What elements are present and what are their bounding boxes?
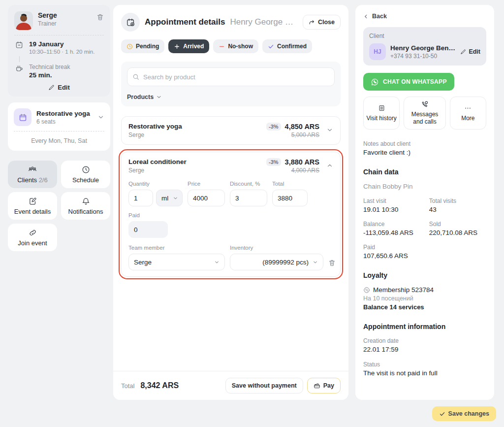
status-value: The visit is not paid in full xyxy=(363,369,486,377)
client-phone: +374 93 31-10-50 xyxy=(390,53,456,60)
stat-paid: Paid 107,650.6 ARS xyxy=(363,244,429,260)
nav-clients-button[interactable]: Clients 2/6 xyxy=(8,161,57,188)
trainer-card: Serge Trainer 19 January 10:30–11:50 · 1… xyxy=(8,5,110,97)
break-label: Technical break xyxy=(29,64,70,70)
inventory-select[interactable]: (89999992 pcs) xyxy=(230,254,323,270)
total-input[interactable] xyxy=(272,190,308,206)
wallet-icon xyxy=(314,382,320,389)
search-input[interactable] xyxy=(127,67,335,86)
chain-stats: Last visit 19.01 10:30 Total visits 43 B… xyxy=(363,197,486,260)
chevron-up-icon[interactable] xyxy=(326,158,333,169)
price-input[interactable] xyxy=(188,190,225,206)
discount-badge: -3% xyxy=(266,158,281,166)
total-label: Total xyxy=(272,181,308,187)
paid-input[interactable] xyxy=(128,221,168,238)
client-panel: Back Client HJ Henry George Bennedict ..… xyxy=(355,5,494,400)
people-icon xyxy=(28,165,37,174)
client-card: Client HJ Henry George Bennedict ... +37… xyxy=(363,27,486,66)
product-staff: Serge xyxy=(128,167,187,174)
payment-footer: Total 8,342 ARS Save without payment Pay xyxy=(113,371,348,400)
quantity-label: Quantity xyxy=(128,181,183,187)
appointment-time: 10:30–11:50 · 1 h. 20 min. xyxy=(29,49,94,55)
trainer-role: Trainer xyxy=(38,20,57,27)
save-without-payment-button[interactable]: Save without payment xyxy=(225,378,303,394)
clients-count: 2/6 xyxy=(39,176,48,184)
product-price: 3,880 ARS xyxy=(285,158,319,166)
total-label: Total xyxy=(121,382,134,390)
pay-button[interactable]: Pay xyxy=(307,378,341,394)
notes-value: Favorite client :) xyxy=(363,149,486,156)
trash-icon[interactable] xyxy=(96,11,104,21)
edit-client-button[interactable]: Edit xyxy=(460,48,480,55)
close-button[interactable]: Close xyxy=(303,15,341,30)
calendar-plus-icon xyxy=(121,13,140,32)
phone-icon xyxy=(421,100,429,108)
save-changes-button[interactable]: Save changes xyxy=(432,406,496,421)
membership-row: Membership 523784 xyxy=(363,286,486,294)
loyalty-balance: Balance 14 services xyxy=(363,303,486,311)
chip-pending[interactable]: Pending xyxy=(121,39,164,53)
nav-notifications-button[interactable]: Notifications xyxy=(61,192,110,220)
product-price: 4,850 ARS xyxy=(285,123,319,131)
product-row-loreal-conditioner[interactable]: Loreal conditioner Serge -3% 3,880 ARS 4… xyxy=(121,152,341,277)
check-icon xyxy=(268,43,274,50)
inventory-label: Inventory xyxy=(230,245,323,251)
membership-value: Membership 523784 xyxy=(373,286,434,294)
chip-confirmed[interactable]: Confirmed xyxy=(262,39,312,53)
quantity-input[interactable] xyxy=(128,190,153,206)
client-actions: Visit history Messages and calls More xyxy=(363,97,486,130)
team-member-select[interactable]: Serge xyxy=(128,254,225,270)
sidebar-nav: Clients 2/6 Schedule Event details Notif… xyxy=(8,161,110,251)
nav-schedule-button[interactable]: Schedule xyxy=(61,161,110,188)
chip-arrived[interactable]: Arrived xyxy=(168,39,209,53)
timeline-connector xyxy=(19,56,104,62)
paid-label: Paid xyxy=(128,212,333,218)
visit-history-button[interactable]: Visit history xyxy=(363,97,400,130)
nav-event-details-button[interactable]: Event details xyxy=(8,192,57,220)
clock-icon xyxy=(82,165,90,174)
product-search-block: Products xyxy=(121,62,341,106)
client-name: Henry George Bennedict ... xyxy=(390,44,456,52)
chevron-down-icon[interactable] xyxy=(97,114,104,121)
chip-no-show[interactable]: No-show xyxy=(213,39,258,53)
forward-arrow-icon xyxy=(309,19,315,26)
status-label: Status xyxy=(363,361,486,368)
nav-join-event-button[interactable]: Join event xyxy=(8,224,57,251)
edit-appointment-button[interactable]: Edit xyxy=(14,84,104,91)
chevron-down-icon[interactable] xyxy=(326,123,333,133)
trainer-photo-icon xyxy=(14,11,33,30)
plus-icon xyxy=(174,43,180,50)
creation-date-value: 22.01 17:59 xyxy=(363,346,486,353)
divider xyxy=(14,35,104,35)
products-filter-dropdown[interactable]: Products xyxy=(127,94,335,100)
total-value: 8,342 ARS xyxy=(140,381,179,390)
pencil-icon xyxy=(460,49,466,55)
notes-label: Notes about client xyxy=(363,140,486,147)
unit-select[interactable]: ml xyxy=(156,190,183,206)
product-list: Restorative yoga Serge -3% 4,850 ARS 5,0… xyxy=(121,116,341,277)
appointment-details-panel: Appointment details Henry George Benn...… xyxy=(113,5,348,400)
ellipsis-icon xyxy=(464,104,472,112)
stat-balance: Balance -113,059.48 ARS xyxy=(363,221,429,236)
chevron-down-icon xyxy=(214,260,220,265)
more-button[interactable]: More xyxy=(450,97,486,130)
discount-input[interactable] xyxy=(230,190,267,206)
product-row-restorative-yoga[interactable]: Restorative yoga Serge -3% 4,850 ARS 5,0… xyxy=(121,116,341,145)
client-label: Client xyxy=(369,33,480,39)
chevron-left-icon xyxy=(363,14,369,19)
divider xyxy=(14,131,104,131)
back-button[interactable]: Back xyxy=(363,13,486,20)
event-card: Restorative yoga 6 seats Every Mon, Thu,… xyxy=(8,102,110,151)
appointment-date: 19 January xyxy=(29,40,94,48)
messages-and-calls-button[interactable]: Messages and calls xyxy=(404,97,445,130)
product-name: Loreal conditioner xyxy=(128,158,187,165)
product-old-price: 4,000 ARS xyxy=(291,167,319,174)
delete-product-trash-icon[interactable] xyxy=(328,259,337,270)
chat-on-whatsapp-button[interactable]: CHAT ON WHATSAPP xyxy=(363,73,454,91)
note-icon xyxy=(29,197,37,205)
header-client-name: Henry George Benn... xyxy=(230,17,298,27)
history-icon xyxy=(378,104,385,112)
clock-icon xyxy=(126,43,133,50)
chain-data-heading: Chain data xyxy=(363,168,486,176)
stat-last-visit: Last visit 19.01 10:30 xyxy=(363,197,429,213)
